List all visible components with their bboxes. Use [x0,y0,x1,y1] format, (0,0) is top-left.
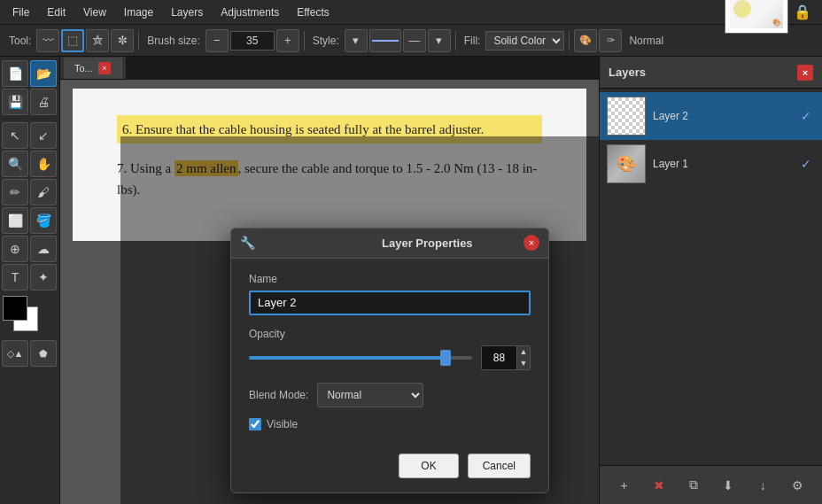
dialog-title-icon: 🔧 [240,236,375,250]
menu-view[interactable]: View [74,3,115,22]
sep1 [138,31,139,50]
tool-transform[interactable]: ✼ [111,29,134,52]
dialog-overlay: 🔧 Layer Properties × Name Opacity [120,136,599,504]
fill-select[interactable]: Solid Color [485,31,564,50]
opacity-increment-button[interactable]: ▲ [517,346,530,358]
toolbar: Tool: 〰 ⬚ ⛤ ✼ Brush size: − + Style: ▾ —… [0,25,822,57]
layer-1-thumbnail: 🎨 [607,144,646,183]
tool-row-5: ✏ 🖌 [2,179,58,205]
foreground-color-swatch[interactable] [3,296,27,321]
layers-panel-title: Layers [609,66,646,79]
tool-freehand[interactable]: 〰 [36,29,59,52]
tool-zoom[interactable]: 🔍 [2,151,28,177]
tool-brush[interactable]: 🖌 [30,179,57,205]
menu-file[interactable]: File [4,3,38,22]
merge-down-button[interactable]: ⬇ [717,474,740,497]
tool-row-3: ↖ ↙ [2,122,58,149]
tool-print[interactable]: 🖨 [30,89,57,115]
layer-properties-dialog: 🔧 Layer Properties × Name Opacity [230,228,549,493]
layers-panel-close-button[interactable]: × [797,65,813,81]
style-preview[interactable] [369,29,401,52]
tool-lasso[interactable]: ⛤ [86,29,109,52]
layer-1-name: Layer 1 [653,158,794,170]
tool-fill[interactable]: 🪣 [30,207,57,234]
dialog-titlebar: 🔧 Layer Properties × [231,229,548,259]
tool-row-8: T ✦ [2,264,58,291]
layer-item-2[interactable]: Layer 2 ✓ [600,92,822,140]
tool-pencil[interactable]: ✏ [2,179,28,205]
tool-arrow[interactable]: ↖ [2,122,28,149]
tool-path[interactable]: ✦ [30,264,57,291]
tool-panel: 📄 📂 💾 🖨 ↖ ↙ 🔍 ✋ ✏ 🖌 ⬜ 🪣 ⊕ ☁ T ✦ ◇▲ ⬟ [0,57,60,504]
tool-new[interactable]: 📄 [2,60,28,87]
opacity-track [249,356,472,360]
layer-2-name: Layer 2 [653,110,794,122]
color-swatches [3,296,58,335]
style-more[interactable]: ▾ [428,29,451,52]
cancel-button[interactable]: Cancel [468,454,531,478]
brush-size-minus[interactable]: − [206,29,229,52]
dialog-close-button[interactable]: × [523,235,539,251]
eye-dropper-icon[interactable]: ✑ [599,29,622,52]
ok-button[interactable]: OK [399,454,458,478]
tool-smudge[interactable]: ☁ [30,236,57,262]
tool-pan[interactable]: ✋ [30,151,57,177]
move-layer-down-button[interactable]: ↓ [751,474,774,497]
tool-ellipse[interactable]: ⬟ [30,340,57,367]
layer-lock-icon: 🔒 [794,4,811,20]
blend-mode-row: Blend Mode: Normal Multiply Screen Overl… [249,383,531,407]
name-field-group: Name [249,273,531,315]
blend-mode-label: Blend Mode: [249,389,308,401]
tool-select[interactable]: ⬚ [61,29,84,52]
canvas-area: 6. Ensure that the cable housing is seat… [60,80,599,504]
spin-buttons: ▲ ▼ [517,346,530,369]
opacity-thumb[interactable] [440,350,451,366]
tool-clone[interactable]: ⊕ [2,236,28,262]
style-line-weight[interactable]: — [403,29,426,52]
menu-image[interactable]: Image [115,3,162,22]
opacity-decrement-button[interactable]: ▼ [517,358,530,369]
layers-panel-header: Layers × [600,57,822,89]
menu-edit[interactable]: Edit [38,3,74,22]
tool-row-7: ⊕ ☁ [2,236,58,262]
layers-panel-footer: + ✖ ⧉ ⬇ ↓ ⚙ [600,465,822,504]
opacity-value-input[interactable] [482,346,517,369]
name-label: Name [249,273,531,285]
style-dropdown[interactable]: ▾ [345,29,368,52]
tool-row-shapes: ◇▲ ⬟ [2,340,58,367]
tool-cursor[interactable]: ↙ [30,122,57,149]
tool-row-6: ⬜ 🪣 [2,207,58,234]
style-label: Style: [313,35,339,47]
color-picker-icon[interactable]: 🎨 [574,29,597,52]
visible-row: Visible [249,418,531,430]
tool-eraser[interactable]: ⬜ [2,207,28,234]
brush-size-input[interactable] [230,31,275,50]
tool-row-4: 🔍 ✋ [2,151,58,177]
duplicate-layer-button[interactable]: ⧉ [682,474,705,497]
opacity-spinbox: ▲ ▼ [481,345,531,370]
layer-settings-button[interactable]: ⚙ [786,474,809,497]
opacity-slider-wrap [249,349,472,367]
add-layer-button[interactable]: + [613,474,636,497]
tool-open[interactable]: 📂 [30,60,57,87]
brush-size-plus[interactable]: + [276,29,299,52]
dialog-title: Layer Properties [382,236,516,250]
menu-effects[interactable]: Effects [288,3,337,22]
delete-layer-button[interactable]: ✖ [648,474,671,497]
visible-checkbox[interactable] [249,418,261,430]
dialog-footer: OK Cancel [231,445,548,492]
menu-adjustments[interactable]: Adjustments [212,3,288,22]
tool-shapes[interactable]: ◇▲ [2,340,28,367]
document-tab[interactable]: To... × [64,58,122,79]
dialog-body: Name Opacity [231,259,548,445]
tool-text[interactable]: T [2,264,28,291]
menu-layers[interactable]: Layers [162,3,212,22]
menu-bar: File Edit View Image Layers Adjustments … [0,0,822,25]
blend-mode-select[interactable]: Normal Multiply Screen Overlay Darken Li… [317,383,423,407]
layer-name-input[interactable] [249,291,531,315]
tab-close-btn[interactable]: × [98,62,111,74]
layers-panel: Layers × Layer 2 ✓ 🎨 Layer 1 ✓ + ✖ ⧉ ⬇ ↓ [599,57,822,504]
tool-save[interactable]: 💾 [2,89,28,115]
layer-2-visibility-check: ✓ [801,109,815,123]
layer-item-1[interactable]: 🎨 Layer 1 ✓ [600,140,822,188]
